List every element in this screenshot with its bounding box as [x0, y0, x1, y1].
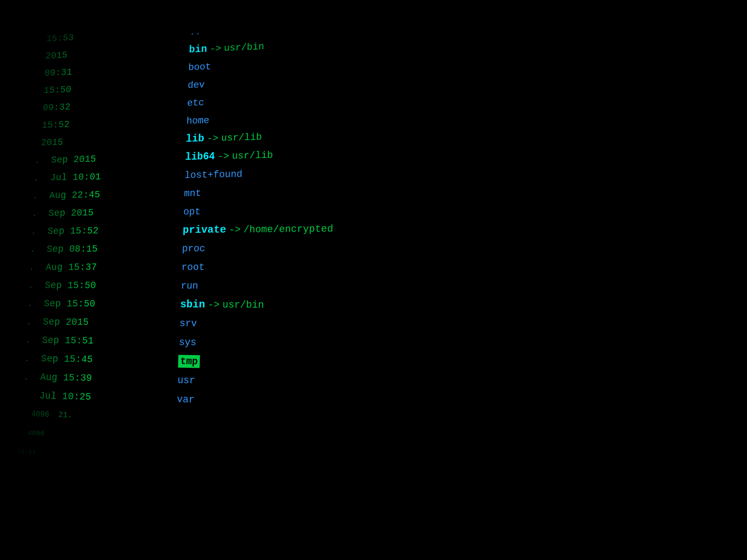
dir-run: run: [180, 276, 537, 296]
right-column: . .. bin -> usr/bin boot dev: [163, 0, 544, 560]
file-info-12: 21. Sep 15:52: [14, 221, 173, 241]
file-info-18: 21. Sep 15:51: [13, 331, 169, 351]
arrow-lib: ->: [207, 133, 219, 144]
arrow-bin: ->: [210, 43, 221, 54]
arrow-private: ->: [229, 224, 241, 235]
file-info-15: 21. Sep 15:50: [13, 276, 171, 295]
sbin-link: usr/bin: [222, 299, 264, 311]
dir-sbin: sbin -> usr/bin: [180, 295, 537, 316]
file-info-14: 21. Aug 15:37: [13, 258, 171, 277]
file-info-16: 30. Sep 15:50: [13, 295, 170, 314]
private-link: /home/encrypted: [243, 223, 333, 235]
file-info-9: 23. Jul 10:01: [16, 167, 175, 188]
dir-root: root: [181, 256, 537, 277]
file-info-10: 1. Aug 22:45: [16, 184, 174, 205]
arrow-lib64: ->: [217, 150, 229, 162]
arrow-sbin: ->: [208, 299, 220, 310]
lib-link: usr/lib: [221, 131, 262, 143]
terminal-screen: Sep 15:53 Sep 2015 Sep 09:31 Sep 15:50 S…: [13, 0, 747, 560]
file-info-13: 12. Sep 08:15: [13, 239, 172, 258]
file-info-11: 21. Sep 2015: [15, 203, 173, 223]
file-info-20: 23. Aug 15:39: [13, 367, 167, 389]
file-info-17: 21. Sep 2015: [13, 313, 169, 333]
terminal-content: Sep 15:53 Sep 2015 Sep 09:31 Sep 15:50 S…: [13, 0, 747, 560]
file-info-19: 12. Sep 15:45: [13, 349, 168, 370]
dir-private: private -> /home/encrypted: [182, 217, 537, 239]
bin-link: usr/bin: [224, 41, 264, 53]
dir-proc: proc: [182, 237, 537, 258]
left-column: Sep 15:53 Sep 2015 Sep 09:31 Sep 15:50 S…: [13, 0, 184, 560]
lib64-link: usr/lib: [232, 149, 273, 161]
